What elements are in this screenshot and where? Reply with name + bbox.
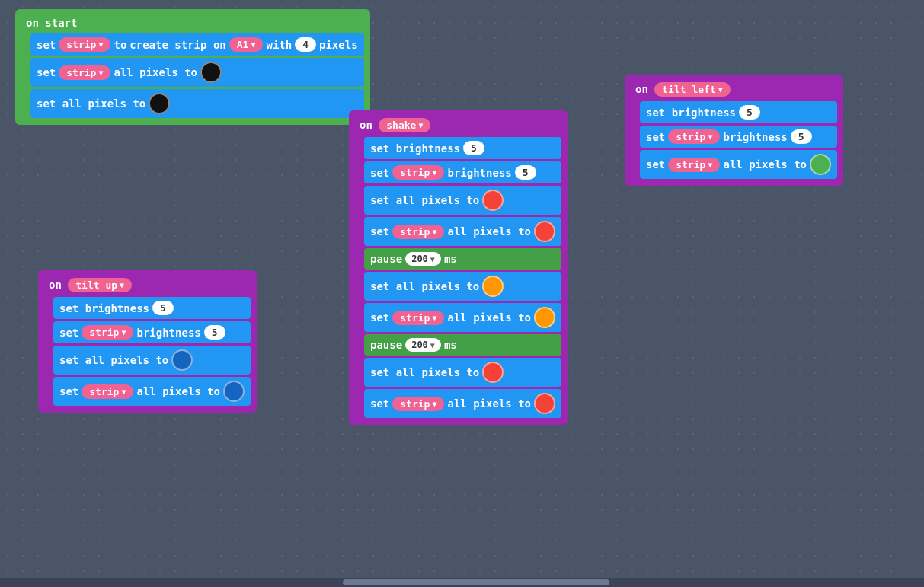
a1-pill[interactable]: A1 ▼ xyxy=(229,37,264,52)
pause-2: pause 200 ▼ ms xyxy=(364,334,561,356)
pixels-label: pixels xyxy=(319,39,358,51)
all-pixels-to-label: all pixels to xyxy=(114,66,197,78)
on-tilt-left-block: on tilt left ▼ set brightness 5 set stri… xyxy=(625,75,843,186)
pixels-value[interactable]: 4 xyxy=(295,37,316,52)
set-label-4: set xyxy=(370,225,389,238)
set-all-pixels-red-label: set all pixels to xyxy=(370,194,479,206)
shake-all-pixels-orange: set all pixels to xyxy=(364,272,561,301)
set-label-tl: set xyxy=(646,131,665,143)
set-all-pixels-red-2-label: set all pixels to xyxy=(370,366,479,378)
on-tilt-left-container: on tilt left ▼ set brightness 5 set stri… xyxy=(625,75,843,186)
color-blue-2[interactable] xyxy=(223,381,245,402)
to-label: to xyxy=(114,39,126,51)
color-red-4[interactable] xyxy=(534,393,555,414)
shake-strip-all-pixels-red: set strip ▼ all pixels to xyxy=(364,217,561,246)
strip-pill-1[interactable]: strip ▼ xyxy=(59,37,110,52)
scrollbar-thumb[interactable] xyxy=(343,579,609,585)
brightness-val-tl-2[interactable]: 5 xyxy=(791,129,812,144)
set-all-pixels-label: set all pixels to xyxy=(37,97,145,110)
tilt-up-strip-blue: set strip ▼ all pixels to xyxy=(53,377,251,406)
set-brightness-label-tu: set brightness xyxy=(59,302,149,314)
pause-label-2: pause xyxy=(370,339,402,351)
brightness-val-tu-2[interactable]: 5 xyxy=(204,325,225,340)
strip-pill-tu-2[interactable]: strip ▼ xyxy=(82,384,133,399)
shake-brightness-1: set brightness 5 xyxy=(364,137,561,159)
brightness-val-tl[interactable]: 5 xyxy=(739,105,760,120)
all-pixels-orange-label: all pixels to xyxy=(447,311,531,324)
set-all-pixels-row: set all pixels to xyxy=(30,89,364,118)
color-orange-1[interactable] xyxy=(482,276,504,297)
pause-1: pause 200 ▼ ms xyxy=(364,248,561,270)
brightness-label-tu: brightness xyxy=(136,327,200,339)
set-label-3: set xyxy=(370,167,389,179)
strip-pill-2[interactable]: strip ▼ xyxy=(59,65,110,80)
tilt-left-strip-green: set strip ▼ all pixels to xyxy=(640,150,837,179)
with-label: with xyxy=(266,39,292,51)
set-label-tu: set xyxy=(59,327,78,339)
tilt-up-pill[interactable]: tilt up ▼ xyxy=(68,278,132,292)
color-green-1[interactable] xyxy=(810,154,831,175)
tilt-left-brightness: set brightness 5 xyxy=(640,101,837,123)
brightness-label-3: brightness xyxy=(447,167,511,179)
on-tilt-up-block: on tilt up ▼ set brightness 5 set strip … xyxy=(38,270,257,413)
color-blue-1[interactable] xyxy=(171,349,193,371)
strip-pill-5[interactable]: strip ▼ xyxy=(392,311,444,325)
on-shake-header: on shake ▼ xyxy=(355,115,561,137)
shake-all-pixels-red-2: set all pixels to xyxy=(364,358,561,387)
brightness-val-1[interactable]: 5 xyxy=(463,141,484,155)
set-label-tl-2: set xyxy=(646,158,665,171)
strip-pill-tu[interactable]: strip ▼ xyxy=(82,325,133,340)
color-red-2[interactable] xyxy=(534,221,555,242)
shake-strip-brightness: set strip ▼ brightness 5 xyxy=(364,161,561,183)
on-shake-block: on shake ▼ set brightness 5 set strip ▼ … xyxy=(349,110,568,425)
ms-label-1: ms xyxy=(444,253,457,265)
color-red-1[interactable] xyxy=(482,190,504,211)
color-black-2[interactable] xyxy=(149,93,170,114)
shake-pill[interactable]: shake ▼ xyxy=(379,118,430,132)
on-start-container: on start set strip ▼ to create strip on … xyxy=(15,9,370,125)
strip-pill-4[interactable]: strip ▼ xyxy=(392,225,444,239)
tilt-left-strip-brightness: set strip ▼ brightness 5 xyxy=(640,126,837,148)
tilt-up-strip-brightness: set strip ▼ brightness 5 xyxy=(53,321,251,343)
on-shake-container: on shake ▼ set brightness 5 set strip ▼ … xyxy=(349,110,568,425)
tilt-up-all-pixels-blue: set all pixels to xyxy=(53,346,251,375)
on-start-block: on start set strip ▼ to create strip on … xyxy=(15,9,370,125)
strip-pill-tl-2[interactable]: strip ▼ xyxy=(668,158,720,172)
create-strip-on-label: create strip on xyxy=(129,39,225,51)
on-tilt-up-header: on tilt up ▼ xyxy=(44,275,251,297)
brightness-label-tl: brightness xyxy=(723,131,787,143)
scrollbar-area[interactable] xyxy=(0,578,924,587)
on-tilt-up-container: on tilt up ▼ set brightness 5 set strip … xyxy=(38,270,257,413)
set-label-tu-2: set xyxy=(59,385,78,397)
color-red-3[interactable] xyxy=(482,362,504,383)
on-start-header: on start xyxy=(21,14,364,33)
all-pixels-blue-label: all pixels to xyxy=(136,385,220,397)
set-label: set xyxy=(37,39,56,51)
ms-label-2: ms xyxy=(444,339,457,351)
tilt-left-pill[interactable]: tilt left ▼ xyxy=(654,82,730,97)
brightness-val-2[interactable]: 5 xyxy=(515,165,536,180)
set-all-pixels-blue-label: set all pixels to xyxy=(59,354,168,366)
shake-strip-all-pixels-orange: set strip ▼ all pixels to xyxy=(364,303,561,332)
set-brightness-label-1: set brightness xyxy=(370,142,460,155)
pause-val-1[interactable]: 200 ▼ xyxy=(405,252,441,266)
pause-label-1: pause xyxy=(370,253,402,265)
tilt-up-brightness: set brightness 5 xyxy=(53,297,251,319)
shake-strip-all-pixels-red-2: set strip ▼ all pixels to xyxy=(364,389,561,418)
strip-pill-tl[interactable]: strip ▼ xyxy=(668,129,720,144)
on-tilt-left-header: on tilt left ▼ xyxy=(631,79,837,101)
set-label-2: set xyxy=(37,66,56,78)
all-pixels-red-2-label: all pixels to xyxy=(447,397,531,410)
color-orange-2[interactable] xyxy=(534,307,555,328)
set-strip-create-row: set strip ▼ to create strip on A1 ▼ with… xyxy=(30,33,364,56)
brightness-val-tu[interactable]: 5 xyxy=(152,301,174,315)
set-label-6: set xyxy=(370,397,389,410)
strip-pill-6[interactable]: strip ▼ xyxy=(392,397,444,411)
set-label-5: set xyxy=(370,311,389,324)
strip-pill-3[interactable]: strip ▼ xyxy=(392,165,444,180)
set-brightness-label-tl: set brightness xyxy=(646,107,736,119)
all-pixels-red-label: all pixels to xyxy=(447,225,531,238)
color-black-1[interactable] xyxy=(200,62,222,83)
set-strip-pixels-row: set strip ▼ all pixels to xyxy=(30,58,364,87)
pause-val-2[interactable]: 200 ▼ xyxy=(405,338,441,352)
